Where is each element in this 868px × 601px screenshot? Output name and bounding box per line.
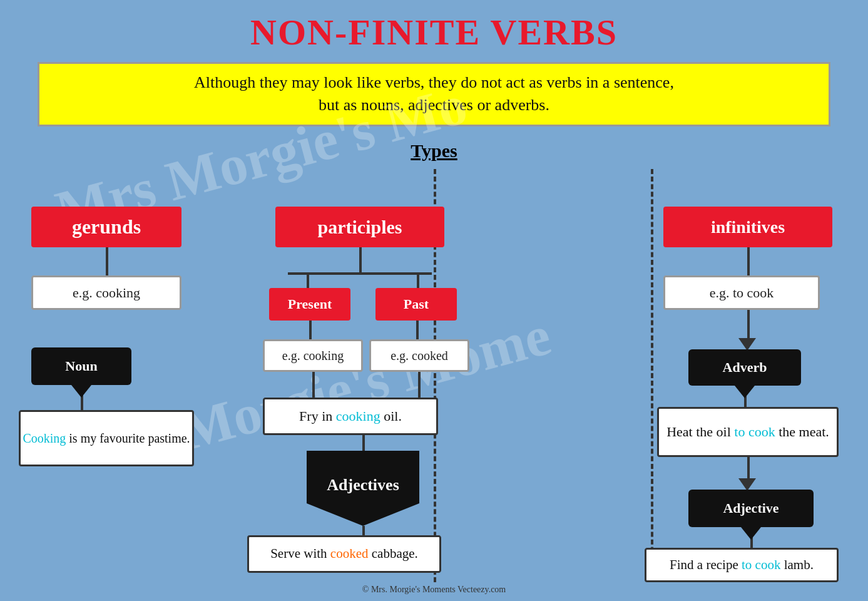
noun-callout: Noun — [31, 347, 131, 385]
heat-sentence: Heat the oil to cook the meat. — [657, 407, 839, 457]
watermark-2: Morgie's Mome — [173, 302, 557, 463]
serve-sentence-text: Serve with cooked cabbage. — [270, 545, 418, 563]
copyright: © Mrs. Morgie's Moments Vecteezy.com — [362, 585, 506, 595]
past-box: Past — [375, 288, 457, 321]
fry-highlight: cooking — [336, 408, 380, 424]
present-example: e.g. cooking — [263, 339, 363, 372]
adjective-arrow — [738, 478, 756, 491]
gerunds-example: e.g. cooking — [31, 275, 181, 310]
adverb-connector — [747, 310, 750, 341]
adjectives-connector-top — [418, 372, 421, 400]
gerunds-connector — [106, 247, 108, 275]
gerunds-sentence-text: Cooking is my favourite pastime. — [23, 429, 190, 447]
heat-sentence-text: Heat the oil to cook the meat. — [666, 423, 829, 442]
types-label: Types — [0, 140, 868, 162]
subtitle-box: Although they may look like verbs, they … — [38, 62, 830, 126]
fry-sentence-text: Fry in cooking oil. — [299, 407, 402, 426]
participles-header: participles — [275, 207, 444, 247]
infinitives-example: e.g. to cook — [663, 275, 820, 310]
infinitives-connector — [747, 247, 750, 275]
present-example-connector — [309, 321, 312, 339]
serve-highlight: cooked — [330, 546, 369, 561]
past-example-connector — [416, 321, 419, 339]
adverb-arrow — [738, 338, 756, 351]
gerunds-highlight: Cooking — [23, 431, 66, 445]
participles-connector — [359, 247, 362, 272]
adjectives-box: Adjectives — [307, 451, 419, 526]
fry-connector — [312, 372, 315, 398]
present-box: Present — [269, 288, 350, 321]
adverb-callout: Adverb — [688, 349, 801, 386]
adjective-callout: Adjective — [688, 490, 814, 527]
present-past-line — [288, 272, 432, 275]
gerunds-sentence: Cooking is my favourite pastime. — [19, 410, 194, 466]
page-title: NON-FINITE VERBS — [0, 0, 868, 53]
infinitives-header: infinitives — [663, 207, 832, 247]
serve-sentence: Serve with cooked cabbage. — [247, 535, 441, 573]
past-example: e.g. cooked — [369, 339, 469, 372]
gerunds-header: gerunds — [31, 207, 181, 247]
subtitle-text: Although they may look like verbs, they … — [194, 73, 674, 114]
find-sentence: Find a recipe to cook lamb. — [645, 548, 839, 582]
divider-right — [651, 169, 653, 582]
find-highlight: to cook — [742, 557, 780, 572]
fry-sentence: Fry in cooking oil. — [263, 398, 438, 435]
find-sentence-text: Find a recipe to cook lamb. — [670, 556, 814, 574]
heat-highlight: to cook — [734, 424, 775, 439]
